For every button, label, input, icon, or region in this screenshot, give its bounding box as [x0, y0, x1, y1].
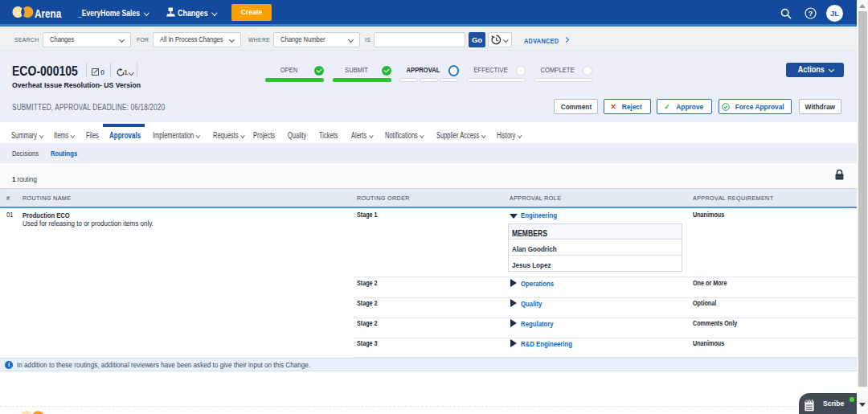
svg-text:?: ?	[809, 10, 813, 18]
